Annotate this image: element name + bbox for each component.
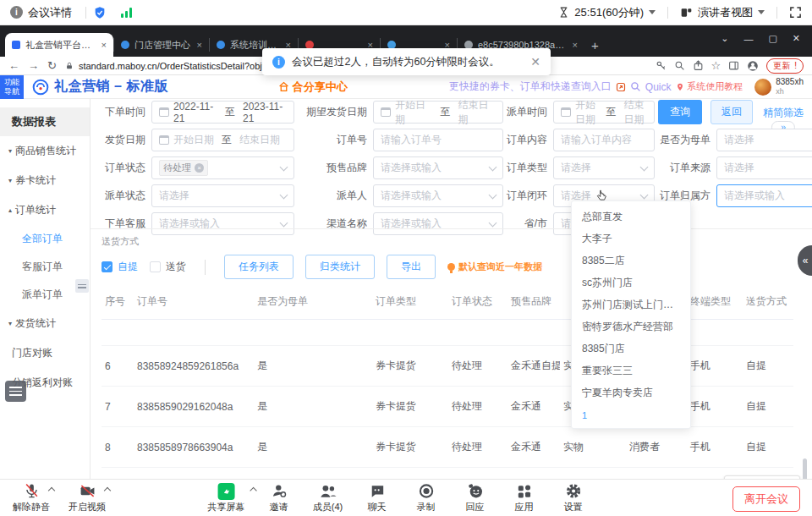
sidebar-collapse-handle[interactable] [75, 279, 89, 293]
meeting-notes-widget[interactable] [5, 381, 26, 402]
presale-brand-select[interactable]: 请选择或输入 [373, 156, 503, 179]
url-text[interactable]: standard.maboy.cn/OrderStatisticsDetail?… [79, 61, 290, 71]
sidebar-item-service-orders[interactable]: 客服订单 [0, 253, 90, 281]
col-delivery-method[interactable]: 送货方式 [743, 284, 793, 320]
col-presale-brand[interactable]: 预售品牌 [508, 284, 560, 320]
dropdown-option[interactable]: sc苏州门店 [572, 272, 690, 294]
tutorial-link[interactable]: 系统使用教程 [676, 80, 743, 93]
cell-order-no: 8385859029162048a [134, 387, 254, 427]
profile-icon[interactable] [747, 60, 759, 72]
forward-button[interactable]: → [28, 59, 39, 72]
table-scrollbar[interactable] [803, 458, 807, 479]
sidebar-item-order-stats[interactable]: ▴ 订单统计 [0, 195, 90, 225]
col-order-no[interactable]: 订单号 [134, 284, 254, 320]
dropdown-option[interactable]: 8385门店 [572, 338, 690, 360]
shield-check-icon[interactable] [93, 6, 107, 19]
dropdown-pagination[interactable]: 1 [572, 403, 690, 424]
leave-meeting-button[interactable]: 离开会议 [732, 486, 800, 512]
ship-date-range-picker[interactable]: 开始日期 至 结束日期 [151, 129, 294, 151]
toast-close-icon[interactable]: ✕ [530, 55, 540, 69]
meeting-details-label[interactable]: 会议详情 [28, 5, 72, 20]
sidebar-item-shipping-stats[interactable]: ▾ 发货统计 [0, 309, 90, 338]
order-source-select[interactable]: 请选择 [716, 156, 812, 179]
dropdown-option[interactable]: 宁夏羊肉专卖店 [572, 382, 690, 403]
sidebar-item-product-sales[interactable]: ▾ 商品销售统计 [0, 136, 90, 166]
start-video-button[interactable]: 开启视频 [63, 483, 112, 513]
invite-button[interactable]: 邀请 [255, 483, 304, 513]
back-button[interactable]: ← [8, 59, 19, 72]
unmute-button[interactable]: 解除静音 [7, 483, 56, 513]
user-menu[interactable]: 8385xh xh [754, 77, 804, 96]
meeting-info-icon[interactable]: i [10, 6, 23, 19]
share-center-link[interactable]: 合分享中心 [278, 80, 348, 95]
sidebar-item-store-reconciliation[interactable]: 门店对账 [0, 338, 90, 368]
tab-close-icon[interactable]: × [573, 40, 578, 50]
minimize-button[interactable]: — [743, 34, 753, 44]
dispatch-status-select[interactable]: 请选择 [151, 184, 294, 207]
tab-close-icon[interactable]: × [197, 40, 202, 50]
dispatcher-select[interactable]: 请选择或输入 [373, 184, 503, 207]
self-pickup-checkbox[interactable] [102, 261, 112, 272]
delivery-checkbox[interactable] [150, 261, 161, 272]
promo-entry[interactable]: 更快捷的券卡、订单和快递查询入口 Quick [449, 80, 672, 94]
view-dropdown-icon[interactable] [758, 10, 765, 14]
share-icon[interactable] [693, 60, 704, 71]
order-time-range-picker[interactable]: 2022-11-21 至 2023-11-21 [151, 101, 294, 124]
dropdown-option[interactable]: 大李子 [572, 228, 690, 250]
table-row[interactable]: 8 8385858978663904a 是 券卡提货 待处理 金禾通 实物 消费… [102, 427, 793, 468]
maximize-button[interactable]: ▢ [768, 33, 776, 44]
status-tag[interactable]: 待处理 × [159, 160, 208, 176]
order-owner-select[interactable]: 请选择或输入 [716, 184, 812, 207]
bookmark-star-icon[interactable]: ☆ [711, 59, 721, 72]
order-no-input[interactable]: 请输入订单号 [373, 129, 503, 151]
col-order-type[interactable]: 订单类型 [372, 284, 448, 320]
expect-date-range-picker[interactable]: 开始日期 至 结束日期 [373, 101, 503, 124]
tab-store-admin[interactable]: 门店管理中心 × [114, 33, 209, 57]
apps-button[interactable]: 应用 [500, 483, 549, 513]
tab-gift-admin[interactable]: 礼盒营销平台管理中心 × [5, 33, 113, 57]
dropdown-option[interactable]: 8385二店 [572, 250, 690, 272]
chevron-up-icon[interactable] [104, 486, 111, 493]
dispatch-time-range-picker[interactable]: 开始日期 至 结束日期 [553, 101, 655, 124]
search-button[interactable]: 查询 [658, 100, 702, 124]
side-panel-icon[interactable] [728, 60, 739, 71]
reaction-button[interactable]: 回应 [451, 483, 500, 513]
simplify-filter-link[interactable]: 精简筛选 [763, 107, 804, 118]
view-mode-label[interactable]: 演讲者视图 [698, 5, 753, 20]
share-screen-button[interactable]: 共享屏幕 [199, 483, 255, 513]
sidebar-item-all-orders[interactable]: 全部订单 [0, 225, 90, 253]
back-button-form[interactable]: 返回 [710, 100, 753, 124]
reload-button[interactable]: ↻ [47, 59, 57, 72]
window-close-button[interactable]: ✕ [793, 33, 800, 44]
order-status-select[interactable]: 待处理 × [151, 156, 294, 179]
key-icon[interactable] [656, 60, 667, 71]
update-button[interactable]: 更新 ! [766, 58, 804, 74]
new-tab-button[interactable]: + [591, 38, 599, 52]
chat-button[interactable]: 聊天 [353, 483, 402, 513]
tag-remove-icon[interactable]: × [195, 163, 204, 173]
fullscreen-icon[interactable] [789, 6, 802, 19]
dropdown-option[interactable]: 苏州门店测试上门自提 [572, 294, 690, 316]
dropdown-option[interactable]: 总部直发 [572, 206, 690, 228]
tab-close-icon[interactable]: × [102, 40, 107, 50]
dropdown-option[interactable]: 重要张三三 [572, 360, 690, 382]
chevron-up-icon[interactable] [48, 486, 55, 493]
function-nav-badge[interactable]: 功能 导航 [0, 75, 24, 99]
zoom-icon[interactable] [674, 60, 685, 71]
order-content-input[interactable]: 请输入订单内容 [553, 129, 655, 151]
col-terminal-type[interactable]: 终端类型 [687, 284, 743, 320]
col-order-status[interactable]: 订单状态 [448, 284, 508, 320]
dropdown-option[interactable]: 密特罗德水产经营部 [572, 316, 690, 338]
col-seq[interactable]: 序号 [102, 284, 134, 320]
network-signal-icon[interactable] [121, 8, 132, 18]
table-row[interactable]: 9 8385858965453216a 是 券卡提货 待处理 金禾通 实物 消费… [102, 468, 793, 480]
members-button[interactable]: 成员(4) [304, 483, 353, 513]
timer-dropdown-icon[interactable] [649, 10, 656, 14]
is-parent-select[interactable]: 请选择 [716, 129, 812, 151]
sidebar-item-coupon-stats[interactable]: ▾ 券卡统计 [0, 166, 90, 195]
tab-list-icon[interactable]: ⌄ [721, 33, 728, 44]
col-is-parent[interactable]: 是否为母单 [254, 284, 372, 320]
record-button[interactable]: 录制 [402, 483, 451, 513]
order-type-select[interactable]: 请选择 [553, 156, 655, 179]
settings-button[interactable]: 设置 [549, 483, 598, 513]
